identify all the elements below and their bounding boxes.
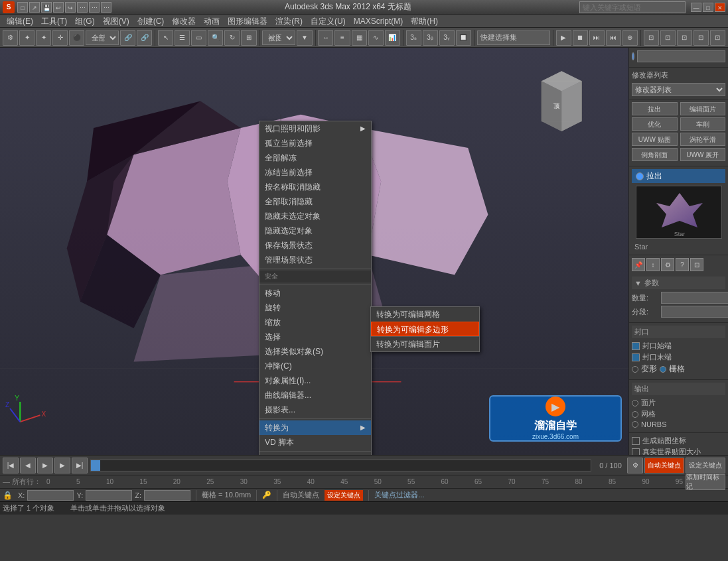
cm-select-similar[interactable]: 选择类似对象(S) (259, 344, 371, 359)
menu-help[interactable]: 帮助(H) (407, 15, 442, 28)
tb-snaps-toggle[interactable]: 🔍 (208, 30, 223, 46)
modifier-dropdown[interactable]: 修改器列表 (632, 83, 725, 96)
close-button[interactable]: ✕ (715, 3, 725, 12)
mod-btn-chamfer[interactable]: 倒角剖面 (632, 148, 678, 161)
tb-scale[interactable]: ⊞ (241, 30, 256, 46)
y-input[interactable]: 373.43mm (86, 490, 132, 501)
menu-group[interactable]: 组(G) (71, 15, 98, 28)
tb-stop[interactable]: ⏹ (573, 30, 588, 46)
cm-convert-to[interactable]: 转换为 ▶ (259, 420, 371, 435)
object-name-input[interactable]: Star001 (637, 50, 725, 62)
next-frame-btn[interactable]: ▶| (72, 458, 88, 473)
filter-dropdown[interactable]: 全部 (86, 31, 119, 45)
cm-manage-scene[interactable]: 管理场景状态 (259, 253, 371, 267)
title-tb-undo[interactable]: ↩ (53, 2, 64, 13)
cm-curve-editor[interactable]: 曲线编辑器... (259, 388, 371, 403)
cm-vr-converter[interactable]: VR-场景转换器 (259, 453, 371, 455)
morph-radio[interactable] (632, 366, 638, 373)
cm-obj-props[interactable]: 对象属性(I)... (259, 373, 371, 388)
prev-frame-btn[interactable]: |◀ (3, 458, 19, 473)
menu-anim[interactable]: 动画 (200, 15, 224, 28)
tb-extra2[interactable]: ⊡ (660, 30, 676, 46)
cap-start-checkbox[interactable] (632, 342, 640, 350)
tb-link[interactable]: 🔗 (120, 30, 135, 46)
play-btn[interactable]: ▶ (37, 458, 53, 473)
viewport[interactable]: [ + ] 正交 | 真实 ] (0, 48, 628, 455)
scm-editable-patch[interactable]: 转换为可编辑面片 (371, 337, 479, 351)
lock-icon[interactable]: 🔒 (3, 491, 13, 500)
cm-rotate[interactable]: 旋转 (259, 300, 371, 315)
prev-key-btn[interactable]: ◀ (20, 458, 36, 473)
tb-select-by-name[interactable]: ☰ (175, 30, 190, 46)
tb-select-filter[interactable]: ⚙ (3, 30, 18, 46)
tb-step-forward[interactable]: ⏭ (589, 30, 605, 46)
quick-select-input[interactable] (477, 31, 550, 45)
menu-edit[interactable]: 编辑(E) (3, 15, 37, 28)
amount-input[interactable]: 500.0mm (661, 292, 728, 304)
title-tb-extra1[interactable]: ⋯ (77, 2, 88, 13)
grid-radio[interactable] (660, 366, 666, 373)
cm-lighting[interactable]: 视口照明和阴影 ▶ (259, 121, 371, 136)
scm-editable-poly[interactable]: 转换为可编辑多边形 (371, 322, 479, 336)
tb-select[interactable]: ✦ (19, 30, 35, 46)
add-time-tag-btn[interactable]: 添加时间标记 (686, 474, 725, 490)
cm-dope-sheet[interactable]: 摄影表... (259, 403, 371, 417)
title-tb-redo[interactable]: ↪ (65, 2, 76, 13)
menu-create[interactable]: 创建(C) (133, 15, 169, 28)
tb-step-back[interactable]: ⏮ (606, 30, 621, 46)
cm-vd-script[interactable]: VD 脚本 (259, 435, 371, 450)
cm-save-scene[interactable]: 保存场景状态 (259, 238, 371, 253)
tb-cursor[interactable]: ↖ (158, 30, 173, 46)
title-tb-save[interactable]: 💾 (41, 2, 52, 13)
z-input[interactable]: 0.0mm (144, 490, 190, 501)
cm-scale[interactable]: 缩放 (259, 315, 371, 330)
cap-end-checkbox[interactable] (632, 353, 640, 361)
tb-3c[interactable]: 3ᵧ (439, 30, 455, 46)
tb-3a[interactable]: 3ₐ (406, 30, 421, 46)
title-tb-new[interactable]: □ (17, 2, 28, 13)
menu-maxscript[interactable]: MAXScript(M) (350, 15, 407, 28)
tb-render-setup[interactable]: 🔲 (456, 30, 471, 46)
menu-custom[interactable]: 自定义(U) (307, 15, 350, 28)
cm-hide-unsel[interactable]: 隐藏未选定对象 (259, 209, 371, 223)
tb-unlink[interactable]: 🔗 (137, 30, 152, 46)
patch-radio[interactable] (632, 400, 638, 406)
tb-extra1[interactable]: ⊡ (644, 30, 659, 46)
set-key-btn[interactable]: 设定关键点 (686, 458, 725, 473)
tb-mirror[interactable]: ↔ (318, 30, 333, 46)
set-key-status-btn[interactable]: 设定关键点 (325, 490, 363, 501)
key-filters-btn[interactable]: ⚙ (627, 458, 643, 473)
gen-map-checkbox[interactable] (632, 437, 640, 445)
tb-rect-select[interactable]: ▭ (191, 30, 206, 46)
search-input[interactable] (579, 1, 686, 13)
tb-rotate[interactable]: ↻ (224, 30, 240, 46)
cm-select[interactable]: 选择 (259, 330, 371, 344)
filter-label[interactable]: 关键点过滤器... (374, 490, 424, 500)
tb-move[interactable]: ✛ (52, 30, 68, 46)
tb-graph[interactable]: 📊 (385, 30, 400, 46)
cm-clone[interactable]: 冲降(C) (259, 359, 371, 373)
next-key-btn[interactable]: ▶ (54, 458, 70, 473)
cm-hide-sel[interactable]: 隐藏选定对象 (259, 223, 371, 238)
restore-button[interactable]: □ (703, 3, 713, 12)
tb-play[interactable]: ▶ (556, 30, 571, 46)
mod-btn-car[interactable]: 车削 (680, 117, 726, 131)
tb-snap1[interactable]: ⚫ (69, 30, 84, 46)
tb-extra3[interactable]: ⊡ (677, 30, 692, 46)
tb-align[interactable]: ≡ (334, 30, 350, 46)
tb-3b[interactable]: 3ᵦ (423, 30, 438, 46)
title-tb-extra2[interactable]: ⋯ (89, 2, 100, 13)
menu-render[interactable]: 渲染(R) (271, 15, 307, 28)
tb-snap2d[interactable]: ⊕ (622, 30, 638, 46)
view-dropdown[interactable]: 被图 (262, 31, 295, 45)
timeline-track[interactable] (90, 460, 591, 471)
minimize-button[interactable]: — (691, 3, 701, 12)
title-tb-extra3[interactable]: ⋯ (101, 2, 111, 13)
cm-unfreeze-all[interactable]: 全部解冻 (259, 151, 371, 165)
cm-move[interactable]: 移动 (259, 286, 371, 300)
tb-curve[interactable]: ∿ (368, 30, 384, 46)
auto-key-btn[interactable]: 自动关键点 (644, 458, 684, 473)
object-color-swatch[interactable] (632, 52, 634, 60)
title-tb-open[interactable]: ↗ (29, 2, 40, 13)
cm-isolate[interactable]: 孤立当前选择 (259, 136, 371, 151)
